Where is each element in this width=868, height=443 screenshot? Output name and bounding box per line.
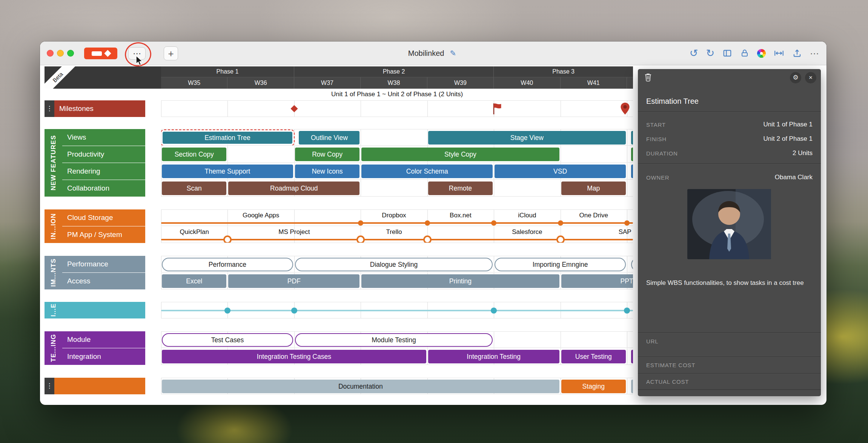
task-bar[interactable]: Scan [162, 182, 226, 195]
lane-label-productivity[interactable]: Productivity [62, 146, 145, 163]
task-bar[interactable]: Dialogue Styling [295, 258, 493, 271]
task-bar[interactable]: Module Testing [295, 333, 493, 347]
lane-label-pm-app-system[interactable]: PM App / System [62, 226, 145, 243]
task-bar[interactable]: Performance [162, 258, 293, 271]
lane-track: Integration Testing CasesIntegration Tes… [161, 348, 633, 365]
flag-diamond-button[interactable] [84, 48, 117, 59]
field-label: ACTUAL COST [646, 378, 689, 385]
lane-label-blank[interactable] [54, 378, 145, 394]
lane-label-blank[interactable] [62, 302, 145, 318]
milestone-dot[interactable] [223, 235, 232, 243]
task-bar[interactable]: Staging [561, 380, 626, 393]
milestone-dot[interactable] [558, 220, 563, 226]
task-bar[interactable] [631, 258, 633, 271]
diamond-shape-icon [104, 50, 111, 57]
lane-label-milestones[interactable]: Milestones [54, 100, 145, 117]
task-bar[interactable]: Documentation [162, 380, 559, 393]
task-bar[interactable] [631, 148, 633, 161]
close-window-button[interactable] [47, 50, 54, 57]
task-bar[interactable] [631, 131, 633, 145]
task-fields: STARTUnit 1 of Phase 1FINISHUnit 2 of Ph… [646, 117, 813, 160]
milestone-dot[interactable] [291, 308, 297, 314]
milestone-dot[interactable] [358, 220, 363, 226]
task-bar[interactable]: Estimation Tree [162, 131, 293, 145]
task-bar[interactable]: Test Cases [162, 333, 293, 347]
milestone-dot[interactable] [356, 235, 365, 243]
milestone-dot[interactable] [423, 235, 432, 243]
lane-row [45, 302, 633, 318]
task-bar[interactable]: Remote [428, 182, 493, 195]
task-bar[interactable] [631, 350, 633, 363]
task-bar[interactable]: Printing [361, 274, 559, 288]
task-bar[interactable]: Roadmap Cloud [228, 182, 359, 195]
milestone-flag-icon[interactable] [490, 102, 504, 115]
lane-track: Estimation TreeOutline ViewStage View [161, 129, 633, 146]
task-bar[interactable]: PDF [228, 274, 359, 288]
empty-field-estimate-cost: ESTIMATE COST [638, 357, 821, 373]
toolbar: ⋯ + Mobilinked ✎ ↺↻⋯ [40, 42, 827, 65]
task-bar[interactable]: Importing Emngine [495, 258, 626, 271]
lane-label-cloud-storage[interactable]: Cloud Storage [62, 209, 145, 226]
task-bar[interactable]: Integration Testing Cases [162, 350, 426, 363]
redo-icon[interactable]: ↻ [706, 48, 714, 58]
task-bar[interactable] [631, 165, 633, 178]
lane-label-views[interactable]: Views [62, 129, 145, 146]
milestone-dot[interactable] [556, 235, 565, 243]
task-bar[interactable]: Theme Support [162, 165, 293, 178]
trash-icon[interactable] [644, 72, 652, 82]
milestone-dot[interactable] [425, 220, 430, 226]
lane-label-module[interactable]: Module [62, 331, 145, 348]
task-bar[interactable]: Integration Testing [428, 350, 559, 363]
task-bar[interactable]: New Icons [295, 165, 359, 178]
lane-track [161, 302, 633, 318]
task-description: Simple WBS functionalities, to show task… [646, 278, 811, 288]
undo-icon[interactable]: ↺ [690, 48, 698, 58]
milestone-dot[interactable] [624, 308, 630, 314]
task-bar[interactable]: Excel [162, 274, 226, 288]
owner-photo [687, 189, 771, 259]
lock-icon[interactable] [740, 48, 749, 58]
add-button[interactable]: + [164, 46, 178, 60]
task-bar[interactable]: VSD [495, 165, 626, 178]
task-bar[interactable]: Style Copy [361, 148, 559, 161]
milestone-dot[interactable] [491, 220, 496, 226]
colors-icon[interactable] [757, 49, 766, 58]
task-bar[interactable]: Row Copy [295, 148, 359, 161]
fit-width-icon[interactable] [774, 48, 784, 58]
task-bar[interactable]: Stage View [428, 131, 626, 145]
task-bar[interactable] [631, 380, 633, 393]
milestone-dot[interactable] [491, 308, 497, 314]
edit-title-pencil-icon[interactable]: ✎ [447, 49, 458, 57]
milestone-diamond-icon[interactable] [289, 103, 300, 114]
lane-label-access[interactable]: Access [62, 273, 145, 289]
lane-track: QuickPlanMS ProjectTrelloSalesforceSAP [161, 226, 633, 243]
milestone-dot[interactable] [224, 308, 230, 314]
minimize-window-button[interactable] [57, 50, 64, 57]
task-bar[interactable]: Outline View [299, 131, 359, 145]
task-bar[interactable]: PPT [561, 274, 633, 288]
lane-label-collaboration[interactable]: Collaboration [62, 180, 145, 197]
milestone-pin-icon[interactable] [619, 102, 631, 115]
share-icon[interactable] [792, 48, 802, 58]
task-bar[interactable]: Color Schema [361, 165, 493, 178]
task-bar[interactable]: Map [561, 182, 626, 195]
more-icon[interactable]: ⋯ [810, 48, 819, 58]
lanes-area: ⋮MilestonesNEW FEATURESViewsEstimation T… [45, 66, 633, 394]
lane-track: Test CasesModule Testing [161, 331, 633, 348]
layout-icon[interactable] [722, 48, 732, 58]
field-label: FINISH [646, 136, 667, 142]
gear-icon[interactable]: ⚙ [790, 72, 801, 83]
detail-field: FINISHUnit 2 of Phase 1 [646, 132, 813, 146]
section-in-ion: IN...IONCloud StorageGoogle AppsDropboxB… [45, 209, 633, 243]
lane-label-rendering[interactable]: Rendering [62, 163, 145, 180]
task-bar[interactable]: User Testing [561, 350, 626, 363]
zoom-window-button[interactable] [67, 50, 74, 57]
lane-label-integration[interactable]: Integration [62, 348, 145, 365]
lane-row: PerformancePerformanceDialogue StylingIm… [45, 256, 633, 272]
lane-label-performance[interactable]: Performance [62, 256, 145, 272]
divider [638, 111, 821, 112]
task-bar[interactable]: Section Copy [162, 148, 226, 161]
milestone-dot[interactable] [624, 220, 630, 226]
app-window: ⋯ + Mobilinked ✎ ↺↻⋯ Beta Phase 1Phase 2… [40, 42, 827, 405]
close-icon[interactable]: × [805, 72, 816, 83]
